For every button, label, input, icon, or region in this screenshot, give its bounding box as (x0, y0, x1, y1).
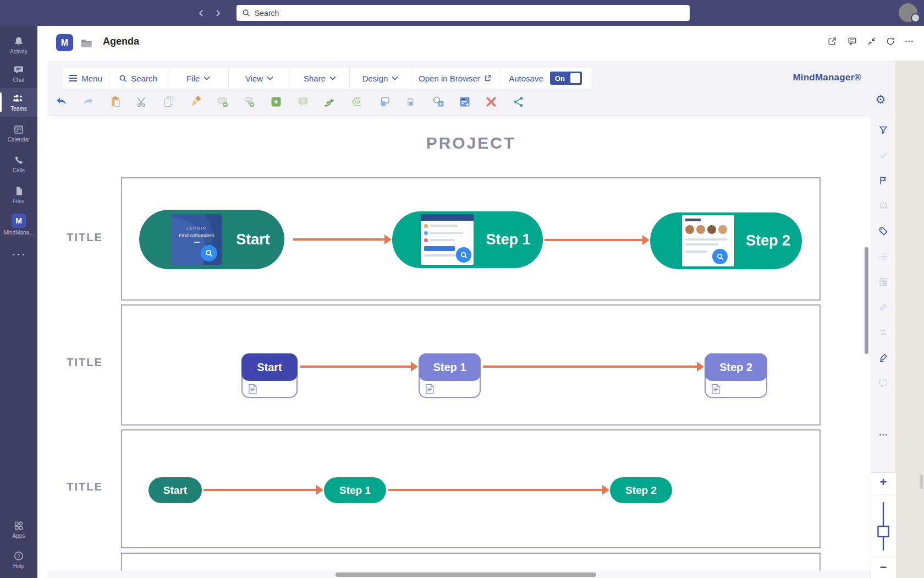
zoom-in-button[interactable]: + (876, 475, 890, 489)
add-callout-icon[interactable] (294, 92, 312, 111)
node-step2-lane2[interactable]: Step 2 (705, 353, 767, 398)
conversation-icon[interactable] (845, 34, 859, 48)
zoom-slider[interactable] (877, 500, 889, 553)
add-relationship-icon[interactable] (321, 92, 339, 111)
thumbnail-team-photos (682, 215, 734, 266)
notes-attachment-icon[interactable] (248, 384, 257, 394)
redo-icon[interactable] (79, 92, 97, 111)
notes-attachment-icon[interactable] (425, 384, 435, 394)
arrow-lane3-2 (388, 489, 602, 491)
sidebar-item-mindmanager[interactable]: M MindMana... (0, 210, 37, 239)
copy-icon[interactable] (160, 92, 178, 111)
menu-share-dropdown[interactable]: Share (290, 68, 350, 89)
notes-attachment-icon[interactable] (711, 384, 721, 394)
highlighter-icon[interactable] (877, 352, 889, 364)
insert-shape-icon[interactable] (375, 92, 394, 111)
mindmanager-icon: M (12, 214, 26, 228)
autosave-toggle[interactable]: On (550, 72, 582, 85)
autosave-label: Autosave (509, 74, 543, 83)
zoom-controls: + − (871, 472, 896, 578)
insert-smart-element-icon[interactable] (455, 92, 474, 111)
open-in-browser-button[interactable]: Open in Browser (411, 68, 499, 89)
refresh-icon[interactable] (883, 34, 898, 48)
hyperlink-icon[interactable] (877, 301, 889, 313)
chevron-down-icon (267, 76, 273, 80)
magnifier-badge-icon (456, 247, 471, 263)
folder-icon (80, 37, 93, 48)
sidebar-item-apps[interactable]: Apps (0, 515, 37, 544)
collapse-icon[interactable] (865, 34, 879, 48)
flag-icon[interactable] (877, 175, 889, 187)
node-start-lane2[interactable]: Start (241, 353, 298, 398)
settings-gear-icon[interactable]: ⚙ (872, 91, 889, 108)
sidebar-item-files[interactable]: Files (0, 181, 37, 209)
app-header: M Agenda (37, 26, 924, 61)
node-step1-lane1[interactable]: Step 1 (392, 211, 543, 268)
node-step2-lane3[interactable]: Step 2 (610, 477, 672, 503)
fill-color-icon[interactable] (402, 92, 420, 111)
sidebar-more-button[interactable]: • • • (0, 246, 37, 263)
map-title: PROJECT (121, 134, 821, 152)
paste-icon[interactable] (106, 92, 125, 111)
sidebar-item-chat[interactable]: Chat (0, 59, 37, 88)
tag-icon[interactable] (877, 225, 889, 237)
magnifier-badge-icon (201, 245, 217, 261)
calendar-icon (13, 124, 24, 135)
node-start-lane3[interactable]: Start (148, 477, 202, 503)
delete-icon[interactable] (482, 92, 501, 111)
format-painter-icon[interactable] (186, 92, 205, 111)
vertical-scrollbar[interactable] (865, 247, 868, 354)
chevron-down-icon (204, 76, 210, 80)
insert-image-icon[interactable] (429, 92, 448, 111)
forward-button[interactable] (211, 7, 224, 20)
menu-view-dropdown[interactable]: View (229, 68, 290, 89)
panel-more-icon[interactable] (877, 429, 889, 441)
menu-design-dropdown[interactable]: Design (350, 68, 411, 89)
sidebar-item-teams[interactable]: Teams (0, 88, 37, 117)
undo-icon[interactable] (52, 92, 71, 111)
open-in-new-window-icon[interactable] (825, 34, 839, 48)
search-placeholder: Search (255, 9, 279, 18)
teams-titlebar: Search (0, 0, 924, 26)
node-start-lane1[interactable]: ZEPHIR Find cofounders Start (139, 210, 284, 269)
task-check-icon[interactable] (877, 149, 889, 161)
node-step1-lane2[interactable]: Step 1 (419, 353, 481, 398)
mindmanager-brand: MindManager® (793, 72, 862, 83)
search-input[interactable]: Search (237, 5, 690, 21)
zoom-out-button[interactable]: − (876, 560, 890, 575)
menu-search-button[interactable]: Search (108, 68, 168, 89)
menu-file-dropdown[interactable]: File (168, 68, 229, 89)
new-topic-icon[interactable] (267, 92, 285, 111)
sidebar-item-help[interactable]: ? Help (0, 546, 37, 574)
more-options-icon[interactable] (902, 34, 916, 48)
comment-icon[interactable] (877, 377, 889, 389)
apps-icon (13, 520, 24, 531)
horizontal-scrollbar[interactable] (336, 572, 596, 577)
sidebar-item-calendar[interactable]: Calendar (0, 119, 37, 148)
outline-icon[interactable] (877, 250, 889, 263)
toggle-knob (570, 73, 580, 83)
cut-icon[interactable] (133, 92, 151, 111)
add-subtopic-icon[interactable] (240, 92, 259, 111)
arrow-lane2-1 (300, 366, 411, 368)
sidebar-item-activity[interactable]: Activity (0, 31, 37, 59)
emoji-comment-icon[interactable] (877, 200, 889, 212)
search-icon (242, 9, 250, 17)
share-icon[interactable] (509, 92, 528, 111)
map-canvas[interactable]: PROJECT TITLE TITLE TITLE ZEPHIR Find co… (47, 116, 871, 578)
mindmanager-content: Menu Search File View Share Design Open … (47, 61, 895, 578)
node-step2-lane1[interactable]: Step 2 (650, 212, 802, 269)
sidebar-item-calls[interactable]: Calls (0, 150, 37, 178)
back-button[interactable] (195, 7, 208, 20)
menu-button[interactable]: Menu (63, 68, 108, 89)
add-topic-icon[interactable] (213, 92, 232, 111)
arrow-lane2-2 (483, 366, 697, 368)
teams-icon (13, 93, 25, 104)
file-icon (13, 186, 24, 197)
page-scrollbar[interactable] (920, 475, 923, 489)
flowchart-icon[interactable] (877, 326, 889, 339)
node-step1-lane3[interactable]: Step 1 (324, 477, 386, 503)
filter-icon[interactable] (877, 124, 889, 136)
notes-icon[interactable] (877, 276, 889, 288)
add-boundary-icon[interactable] (348, 92, 366, 111)
